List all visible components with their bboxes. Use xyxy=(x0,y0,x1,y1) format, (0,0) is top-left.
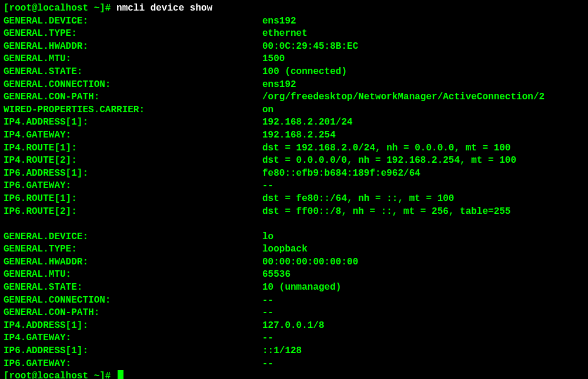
property-label: GENERAL.TYPE: xyxy=(4,243,262,256)
command-text: nmcli device show xyxy=(116,2,212,15)
property-label: GENERAL.STATE: xyxy=(4,66,262,79)
output-line: GENERAL.TYPE:ethernet xyxy=(4,28,584,41)
property-value: ens192 xyxy=(262,79,296,92)
property-label: IP6.ROUTE[1]: xyxy=(4,193,262,206)
output-line: IP4.GATEWAY:192.168.2.254 xyxy=(4,129,584,142)
property-label: IP4.GATEWAY: xyxy=(4,332,262,345)
property-label: GENERAL.CON-PATH: xyxy=(4,307,262,320)
blank-line xyxy=(4,218,584,231)
output-line: GENERAL.DEVICE:ens192 xyxy=(4,15,584,28)
property-label: GENERAL.DEVICE: xyxy=(4,231,262,244)
property-label: IP6.ADDRESS[1]: xyxy=(4,345,262,358)
property-label: IP6.GATEWAY: xyxy=(4,180,262,193)
output-line: GENERAL.CONNECTION:ens192 xyxy=(4,79,584,92)
property-label: GENERAL.MTU: xyxy=(4,53,262,66)
property-value: dst = ff00::/8, nh = ::, mt = 256, table… xyxy=(262,206,510,219)
property-value: 192.168.2.201/24 xyxy=(262,116,353,129)
property-label: GENERAL.HWADDR: xyxy=(4,256,262,269)
output-line: IP6.ADDRESS[1]:::1/128 xyxy=(4,345,584,358)
output-line: GENERAL.DEVICE:lo xyxy=(4,231,584,244)
output-line: IP4.ROUTE[1]:dst = 192.168.2.0/24, nh = … xyxy=(4,142,584,155)
property-value: -- xyxy=(262,307,273,320)
property-value: loopback xyxy=(262,243,308,256)
property-label: IP4.ROUTE[2]: xyxy=(4,155,262,167)
property-label: GENERAL.CONNECTION: xyxy=(4,79,262,92)
output-line: GENERAL.STATE:100 (connected) xyxy=(4,66,584,79)
property-label: WIRED-PROPERTIES.CARRIER: xyxy=(4,104,262,117)
property-value: lo xyxy=(262,231,273,244)
output-line: GENERAL.HWADDR:00:0C:29:45:8B:EC xyxy=(4,41,584,53)
property-label: GENERAL.STATE: xyxy=(4,281,262,294)
output-line: GENERAL.STATE:10 (unmanaged) xyxy=(4,281,584,294)
terminal-window[interactable]: [root@localhost ~]# nmcli device show GE… xyxy=(4,2,584,379)
property-label: IP4.ADDRESS[1]: xyxy=(4,116,262,129)
property-value: ethernet xyxy=(262,28,308,41)
output-line: WIRED-PROPERTIES.CARRIER:on xyxy=(4,104,584,117)
property-value: 127.0.0.1/8 xyxy=(262,320,325,333)
property-value: dst = 0.0.0.0/0, nh = 192.168.2.254, mt … xyxy=(262,155,516,167)
property-value: on xyxy=(262,104,273,117)
prompt-line-1: [root@localhost ~]# nmcli device show xyxy=(4,2,584,15)
output-line: IP6.ROUTE[1]:dst = fe80::/64, nh = ::, m… xyxy=(4,193,584,206)
property-value: 00:00:00:00:00:00 xyxy=(262,256,358,269)
property-value: -- xyxy=(262,332,273,345)
property-label: IP4.GATEWAY: xyxy=(4,129,262,142)
output-line: IP4.ADDRESS[1]:192.168.2.201/24 xyxy=(4,116,584,129)
property-value: 192.168.2.254 xyxy=(262,129,336,142)
property-value: 100 (connected) xyxy=(262,66,347,79)
property-value: dst = fe80::/64, nh = ::, mt = 100 xyxy=(262,193,454,206)
prompt-line-2[interactable]: [root@localhost ~]# xyxy=(4,370,584,379)
output-line: IP6.ADDRESS[1]:fe80::efb9:b684:189f:e962… xyxy=(4,167,584,180)
property-value: /org/freedesktop/NetworkManager/ActiveCo… xyxy=(262,91,544,104)
output-line: IP4.ADDRESS[1]:127.0.0.1/8 xyxy=(4,320,584,333)
property-label: IP6.GATEWAY: xyxy=(4,358,262,371)
property-label: GENERAL.DEVICE: xyxy=(4,15,262,28)
property-label: IP4.ROUTE[1]: xyxy=(4,142,262,155)
output-line: IP6.GATEWAY:-- xyxy=(4,180,584,193)
property-value: -- xyxy=(262,294,273,307)
output-line: GENERAL.CONNECTION:-- xyxy=(4,294,584,307)
property-label: IP6.ADDRESS[1]: xyxy=(4,167,262,180)
property-value: ::1/128 xyxy=(262,345,302,358)
output-line: IP6.GATEWAY:-- xyxy=(4,358,584,371)
output-line: GENERAL.CON-PATH:-- xyxy=(4,307,584,320)
property-label: IP4.ADDRESS[1]: xyxy=(4,320,262,333)
output-line: GENERAL.CON-PATH:/org/freedesktop/Networ… xyxy=(4,91,584,104)
property-value: 1500 xyxy=(262,53,285,66)
output-line: GENERAL.HWADDR:00:00:00:00:00:00 xyxy=(4,256,584,269)
property-label: GENERAL.CON-PATH: xyxy=(4,91,262,104)
command-output: GENERAL.DEVICE:ens192GENERAL.TYPE:ethern… xyxy=(4,15,584,371)
property-value: fe80::efb9:b684:189f:e962/64 xyxy=(262,167,420,180)
property-label: IP6.ROUTE[2]: xyxy=(4,206,262,219)
property-label: GENERAL.CONNECTION: xyxy=(4,294,262,307)
prompt-user-host: [root@localhost ~]# xyxy=(4,2,116,15)
property-value: -- xyxy=(262,180,273,193)
property-label: GENERAL.MTU: xyxy=(4,269,262,281)
property-label: GENERAL.TYPE: xyxy=(4,28,262,41)
property-value: 10 (unmanaged) xyxy=(262,281,341,294)
property-value: 65536 xyxy=(262,269,290,281)
output-line: IP4.GATEWAY:-- xyxy=(4,332,584,345)
output-line: IP6.ROUTE[2]:dst = ff00::/8, nh = ::, mt… xyxy=(4,206,584,219)
output-line: GENERAL.MTU:1500 xyxy=(4,53,584,66)
output-line: GENERAL.MTU:65536 xyxy=(4,269,584,281)
output-line: GENERAL.TYPE:loopback xyxy=(4,243,584,256)
property-value: -- xyxy=(262,358,273,371)
property-value: ens192 xyxy=(262,15,296,28)
property-value: dst = 192.168.2.0/24, nh = 0.0.0.0, mt =… xyxy=(262,142,510,155)
cursor-icon xyxy=(118,370,123,379)
property-label: GENERAL.HWADDR: xyxy=(4,41,262,53)
output-line: IP4.ROUTE[2]:dst = 0.0.0.0/0, nh = 192.1… xyxy=(4,155,584,167)
prompt-user-host: [root@localhost ~]# xyxy=(4,370,116,379)
property-value: 00:0C:29:45:8B:EC xyxy=(262,41,358,53)
